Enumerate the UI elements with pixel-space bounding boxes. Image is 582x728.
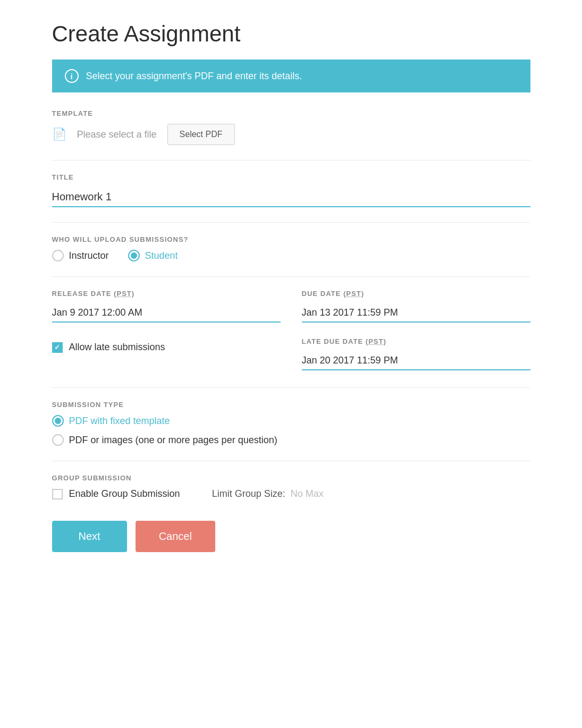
limit-group-label: Limit Group Size: [212,488,285,500]
template-label: TEMPLATE [52,109,530,117]
group-submission-checkbox[interactable] [52,489,63,500]
due-date-input[interactable] [302,304,530,323]
title-label: TITLE [52,173,530,181]
group-checkbox-item: Enable Group Submission [52,488,180,500]
release-date-label: RELEASE DATE (PST) [52,290,281,298]
radio-student[interactable]: Student [128,250,178,261]
file-placeholder: Please select a file [77,129,157,140]
dates-row: RELEASE DATE (PST) DUE DATE (PST) [52,290,530,323]
limit-group-value: No Max [291,488,324,500]
late-due-date-input[interactable] [302,352,530,370]
late-submission-checkbox[interactable]: ✓ [52,342,63,353]
info-banner: i Select your assignment's PDF and enter… [52,60,530,92]
action-row: Next Cancel [52,521,530,552]
banner-text: Select your assignment's PDF and enter i… [86,71,302,82]
late-due-date-field: LATE DUE DATE (PST) [302,337,530,370]
group-submission-label: GROUP SUBMISSION [52,474,530,482]
checkmark-icon: ✓ [54,343,60,351]
submission-options: PDF with fixed template PDF or images (o… [52,415,530,446]
late-row: ✓ Allow late submissions LATE DUE DATE (… [52,337,530,370]
page-title: Create Assignment [52,21,530,47]
radio-circle-instructor [52,250,64,261]
upload-label: WHO WILL UPLOAD SUBMISSIONS? [52,235,530,243]
radio-circle-pdf-fixed [52,415,64,427]
radio-circle-student [128,250,140,261]
select-pdf-button[interactable]: Select PDF [167,124,235,145]
info-icon: i [65,69,79,83]
group-checkbox-label: Enable Group Submission [69,488,180,500]
submission-type-section: SUBMISSION TYPE PDF with fixed template … [52,401,530,446]
title-section: TITLE [52,173,530,207]
group-submission-section: GROUP SUBMISSION Enable Group Submission… [52,474,530,500]
file-icon: 📄 [52,128,66,141]
due-date-label: DUE DATE (PST) [302,290,530,298]
due-date-field: DUE DATE (PST) [302,290,530,323]
submission-type-label: SUBMISSION TYPE [52,401,530,409]
template-section: TEMPLATE 📄 Please select a file Select P… [52,109,530,145]
release-date-field: RELEASE DATE (PST) [52,290,281,323]
limit-group-size: Limit Group Size: No Max [212,488,324,500]
cancel-button[interactable]: Cancel [136,521,215,552]
radio-instructor[interactable]: Instructor [52,250,109,261]
late-due-date-label: LATE DUE DATE (PST) [302,337,530,345]
upload-section: WHO WILL UPLOAD SUBMISSIONS? Instructor … [52,235,530,261]
upload-radio-group: Instructor Student [52,250,530,261]
title-input[interactable] [52,188,530,207]
pdf-images-label: PDF or images (one or more pages per que… [69,435,277,446]
release-date-input[interactable] [52,304,281,323]
group-row: Enable Group Submission Limit Group Size… [52,488,530,500]
radio-pdf-images[interactable]: PDF or images (one or more pages per que… [52,434,530,446]
late-submission-group: ✓ Allow late submissions [52,337,281,353]
late-submission-label: Allow late submissions [69,342,165,353]
pdf-fixed-label: PDF with fixed template [69,416,170,427]
radio-instructor-label: Instructor [69,250,109,261]
radio-circle-pdf-images [52,434,64,446]
radio-pdf-fixed[interactable]: PDF with fixed template [52,415,530,427]
template-row: 📄 Please select a file Select PDF [52,124,530,145]
radio-student-label: Student [145,250,178,261]
next-button[interactable]: Next [52,521,127,552]
